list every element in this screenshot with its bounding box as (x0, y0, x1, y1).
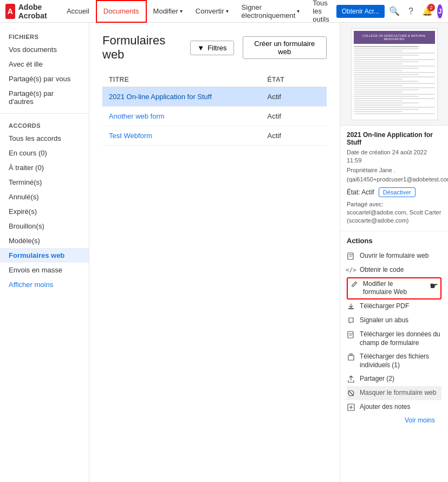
action-open-form[interactable]: Ouvrir le formulaire web (347, 249, 441, 263)
notifications-button[interactable]: 🔔 2 (418, 4, 437, 18)
sidebar-divider (0, 113, 89, 114)
row-state: Actif (268, 132, 321, 140)
table-header: TITRE ÉTAT (102, 73, 327, 87)
sidebar-item-vos-documents[interactable]: Vos documents (0, 42, 89, 57)
avatar[interactable]: J (437, 4, 443, 18)
action-open-form-label: Ouvrir le formulaire web (360, 252, 428, 260)
nav-item-accueil[interactable]: Accueil (60, 0, 96, 23)
search-button[interactable]: 🔍 (385, 4, 404, 18)
help-icon: ? (408, 6, 413, 16)
sidebar-item-partage-par-autres[interactable]: Partagé(s) par d'autres (0, 86, 89, 109)
notification-badge: 2 (427, 4, 435, 11)
sidebar-item-brouillon[interactable]: Brouillon(s) (0, 219, 89, 233)
owner-email: (qai61450+prodcuser1@adobetest.com) (347, 175, 441, 184)
download-pdf-icon (347, 302, 355, 311)
filter-button[interactable]: ▼ Filtres (190, 41, 233, 55)
action-edit-form-label: Modifier le formulaire Web (363, 280, 423, 297)
main-layout: FICHIERS Vos documents Avec ét ille Part… (0, 23, 448, 482)
edit-form-icon (350, 280, 359, 289)
action-download-pdf-label: Télécharger PDF (360, 302, 409, 311)
action-hide-form[interactable]: Masquer le formulaire web (347, 386, 441, 400)
sidebar-item-envois-masse[interactable]: Envois en masse (0, 263, 89, 277)
sidebar-item-termine[interactable]: Terminé(s) (0, 175, 89, 190)
row-title: 2021 On-line Application for Stuff (109, 93, 268, 101)
filter-icon: ▼ (197, 44, 204, 52)
row-title: Another web form (109, 112, 268, 120)
nav-item-signer[interactable]: Signer électroniquement ▾ (235, 0, 307, 23)
sidebar-item-expire[interactable]: Expiré(s) (0, 204, 89, 219)
deactivate-button[interactable]: Désactiver (379, 187, 415, 197)
content-area: Formulaires web ▼ Filtres Créer un formu… (89, 23, 340, 482)
cursor-hand-icon: ☛ (430, 280, 438, 292)
help-button[interactable]: ? (404, 4, 418, 18)
action-share-label: Partager (2) (360, 375, 394, 383)
action-report-abuse[interactable]: Signaler un abus (347, 314, 441, 328)
brand-name: Adobe Acrobat (18, 3, 53, 20)
sidebar: FICHIERS Vos documents Avec ét ille Part… (0, 23, 89, 482)
sidebar-item-formulaires-web[interactable]: Formulaires web (0, 248, 89, 263)
get-code-icon: </> (347, 266, 355, 275)
search-icon: 🔍 (389, 6, 400, 16)
sidebar-item-en-cours[interactable]: En cours (0) (0, 146, 89, 160)
preview-area: COLLEGE OF AGRICULTURE & NATURAL RESOURC… (340, 23, 448, 126)
action-edit-form[interactable]: Modifier le formulaire Web ☛ (347, 277, 441, 299)
actions-title: Actions (347, 237, 441, 245)
add-notes-icon (347, 403, 355, 412)
page-header: Formulaires web ▼ Filtres Créer un formu… (102, 34, 327, 62)
nav-item-convertir[interactable]: Convertir ▾ (189, 0, 235, 23)
svg-rect-2 (348, 331, 353, 338)
table-row[interactable]: Test Webform Actif (102, 126, 327, 146)
sidebar-section-accords: ACCORDS (0, 118, 89, 131)
top-navigation: A Adobe Acrobat Accueil Documents Modifi… (0, 0, 448, 23)
owner-name: Propriétaire Jane . (347, 166, 441, 174)
action-download-files[interactable]: Télécharger des fichiers individuels (1) (347, 350, 441, 372)
svg-rect-1 (348, 308, 354, 309)
sidebar-item-modele[interactable]: Modèle(s) (0, 233, 89, 248)
col-header-state: ÉTAT (268, 76, 321, 83)
share-icon (347, 375, 355, 383)
nav-item-documents[interactable]: Documents (96, 0, 147, 23)
sidebar-item-tous-accords[interactable]: Tous les accords (0, 131, 89, 146)
sidebar-show-less[interactable]: Afficher moins (0, 277, 89, 292)
obtain-button[interactable]: Obtenir Acr... (336, 5, 385, 18)
open-form-icon (347, 252, 355, 260)
row-state: Actif (268, 93, 321, 101)
action-download-files-label: Télécharger des fichiers individuels (1) (360, 353, 441, 369)
action-hide-form-label: Masquer le formulaire web (360, 389, 436, 398)
info-title: 2021 On-line Application for Stuff (347, 131, 441, 146)
action-download-pdf[interactable]: Télécharger PDF (347, 299, 441, 314)
state-row: État: Actif Désactiver (347, 187, 441, 197)
action-share[interactable]: Partager (2) (347, 372, 441, 386)
table-row[interactable]: Another web form Actif (102, 107, 327, 126)
info-section: 2021 On-line Application for Stuff Date … (340, 126, 448, 231)
action-download-field-data[interactable]: Télécharger les données du champ de form… (347, 328, 441, 350)
create-form-button[interactable]: Créer un formulaire web (243, 36, 327, 59)
action-get-code[interactable]: </> Obtenir le code (347, 263, 441, 277)
page-title: Formulaires web (102, 34, 181, 62)
nav-item-tous-outils[interactable]: Tous les outils (306, 0, 336, 23)
modifier-caret-icon: ▾ (180, 8, 183, 14)
see-more-link[interactable]: Voir moins (347, 414, 441, 426)
sidebar-item-annule[interactable]: Annulé(s) (0, 190, 89, 204)
sidebar-item-a-traiter[interactable]: À traiter (0) (0, 160, 89, 175)
sidebar-item-avec-etille[interactable]: Avec ét ille (0, 57, 89, 71)
right-panel: COLLEGE OF AGRICULTURE & NATURAL RESOURC… (340, 23, 448, 482)
adobe-logo-icon: A (5, 4, 15, 19)
action-report-abuse-label: Signaler un abus (360, 316, 408, 325)
table-row[interactable]: 2021 On-line Application for Stuff Actif (102, 87, 327, 107)
sidebar-section-fichiers: FICHIERS (0, 29, 89, 42)
creation-date: Date de création 24 août 2022 11:59 (347, 148, 441, 165)
col-header-title: TITRE (109, 76, 268, 83)
download-files-icon (347, 353, 355, 361)
action-get-code-label: Obtenir le code (360, 266, 404, 275)
logo-area: A Adobe Acrobat (5, 3, 53, 20)
action-download-field-label: Télécharger les données du champ de form… (360, 330, 441, 347)
report-abuse-icon (347, 316, 355, 325)
action-add-notes-label: Ajouter des notes (360, 403, 410, 412)
sidebar-item-partage-par-vous[interactable]: Partagé(s) par vous (0, 71, 89, 86)
action-add-notes[interactable]: Ajouter des notes (347, 400, 441, 414)
download-field-icon (347, 330, 355, 339)
signer-caret-icon: ▾ (297, 8, 300, 14)
nav-item-modifier[interactable]: Modifier ▾ (147, 0, 189, 23)
hide-form-icon (347, 389, 355, 398)
